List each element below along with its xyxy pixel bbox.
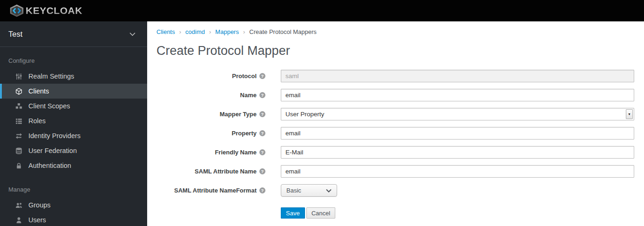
save-button[interactable]: Save [281,207,305,219]
help-icon[interactable]: ? [259,130,265,136]
main-content: Clients › codimd › Mappers › Create Prot… [147,21,644,226]
help-icon[interactable]: ? [259,168,265,174]
breadcrumb-link-mappers[interactable]: Mappers [215,28,239,35]
breadcrumb-link-codimd[interactable]: codimd [185,28,205,35]
realm-selector[interactable]: Test [0,21,147,47]
name-label: Name [240,92,257,99]
name-input[interactable] [281,89,634,101]
sidebar-item-label: Authentication [28,162,71,169]
chevron-down-icon [129,32,136,36]
protocol-input [281,70,634,82]
keycloak-hexagon-icon [9,4,24,18]
manage-section: Manage Groups Users [0,186,147,226]
breadcrumb: Clients › codimd › Mappers › Create Prot… [156,28,634,35]
form-row-saml-attribute-nameformat: SAML Attribute NameFormat ? Basic [156,184,634,197]
breadcrumb-separator: › [243,28,245,35]
cancel-button[interactable]: Cancel [306,207,335,219]
property-input[interactable] [281,127,634,140]
sidebar-item-label: User Federation [28,147,77,154]
help-icon[interactable]: ? [259,149,265,155]
form-row-property: Property ? [156,127,634,140]
sidebar-item-label: Clients [28,87,49,95]
logo-text: KEYCLOAK [26,5,82,16]
users-icon [15,202,22,209]
sidebar-item-label: Identity Providers [28,132,81,140]
sidebar-item-label: Realm Settings [28,73,74,80]
cube-icon [15,88,22,95]
sidebar-item-realm-settings[interactable]: Realm Settings [0,69,147,84]
sidebar-item-groups[interactable]: Groups [0,198,147,213]
topbar: KEYCLOAK [0,0,644,21]
keycloak-logo[interactable]: KEYCLOAK [9,4,82,18]
saml-attribute-nameformat-label: SAML Attribute NameFormat [174,187,257,194]
form-row-protocol: Protocol ? [156,70,634,82]
exchange-icon [15,133,22,140]
nameformat-selected-value: Basic [286,187,301,194]
sidebar-item-identity-providers[interactable]: Identity Providers [0,128,147,143]
sidebar-item-authentication[interactable]: Authentication [0,158,147,173]
sidebar-item-label: Users [28,216,46,224]
sidebar-item-label: Roles [28,117,46,125]
configure-section-label: Configure [8,57,147,64]
help-icon[interactable]: ? [259,187,265,193]
realm-name: Test [8,30,22,39]
breadcrumb-separator: › [209,28,211,35]
manage-section-label: Manage [8,186,147,193]
help-icon[interactable]: ? [259,92,265,98]
sidebar-item-clients[interactable]: Clients [0,84,147,99]
configure-section: Configure Realm Settings Clients Client … [0,57,147,173]
sliders-icon [15,73,22,80]
saml-attribute-name-input[interactable] [281,165,634,178]
sidebar-item-label: Groups [28,201,51,209]
help-icon[interactable]: ? [259,73,265,79]
user-icon [15,217,22,224]
form-actions: Save Cancel [281,207,634,219]
dropdown-arrow-icon: ▼ [626,109,633,119]
form-row-name: Name ? [156,89,634,101]
chevron-down-icon [326,189,332,193]
property-label: Property [232,130,257,137]
list-icon [15,118,22,125]
mapper-type-selected-value: User Property [285,111,324,118]
mapper-type-label: Mapper Type [220,111,257,118]
nameformat-select[interactable]: Basic [281,184,337,197]
help-icon[interactable]: ? [259,111,265,117]
sidebar-item-client-scopes[interactable]: Client Scopes [0,99,147,113]
sidebar-item-user-federation[interactable]: User Federation [0,143,147,158]
sidebar-item-users[interactable]: Users [0,213,147,226]
breadcrumb-link-clients[interactable]: Clients [156,28,175,35]
sidebar-item-roles[interactable]: Roles [0,113,147,128]
lock-icon [15,162,22,169]
form-row-mapper-type: Mapper Type ? User Property ▼ [156,108,634,120]
database-icon [15,147,22,154]
page-title: Create Protocol Mapper [156,44,634,58]
saml-attribute-name-label: SAML Attribute Name [195,168,257,175]
sidebar: Test Configure Realm Settings Clients [0,21,147,226]
friendly-name-input[interactable] [281,146,634,159]
mapper-type-select[interactable]: User Property ▼ [281,108,634,120]
breadcrumb-separator: › [179,28,181,35]
form-row-saml-attribute-name: SAML Attribute Name ? [156,165,634,178]
form-row-friendly-name: Friendly Name ? [156,146,634,159]
sidebar-item-label: Client Scopes [28,102,70,110]
cubes-icon [15,103,22,110]
protocol-label: Protocol [232,73,257,80]
create-protocol-mapper-form: Protocol ? Name ? Mapper Type [156,70,634,219]
breadcrumb-current: Create Protocol Mappers [249,28,317,35]
friendly-name-label: Friendly Name [215,149,257,156]
